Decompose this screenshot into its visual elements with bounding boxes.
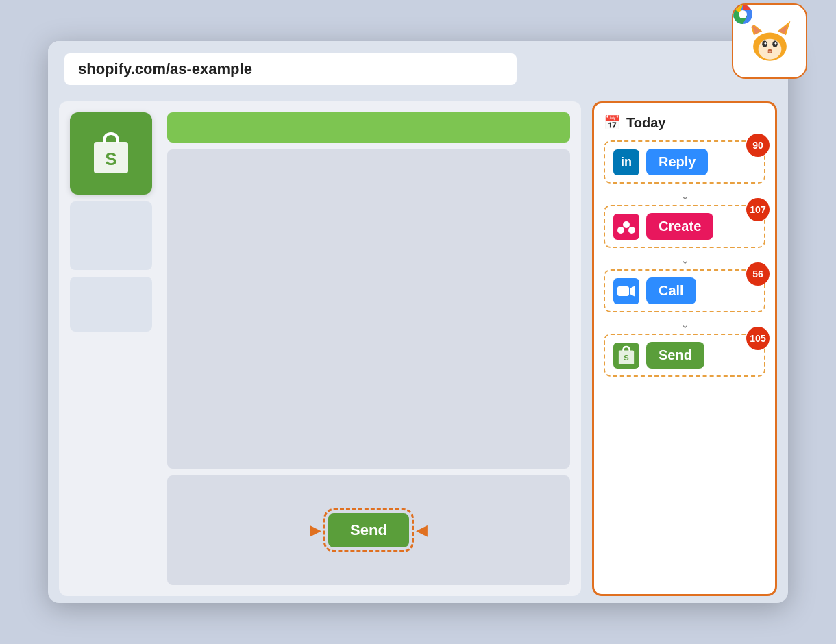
shopify-bag-action-icon: S <box>617 345 635 366</box>
action-item-call: 56 Call <box>604 269 765 312</box>
page-panel: S ▶ Send ◀ <box>59 101 581 596</box>
badge-reply: 90 <box>746 134 770 157</box>
action-item-reply: 90 in Reply <box>604 140 765 184</box>
address-bar: shopify.com/as-example <box>48 41 788 95</box>
zoom-camera-icon <box>617 284 636 299</box>
create-button[interactable]: Create <box>646 213 713 240</box>
asana-logo-icon <box>617 219 636 234</box>
svg-point-2 <box>739 10 747 18</box>
content-block-main <box>167 149 570 469</box>
shopify-bag-icon: S <box>87 129 135 177</box>
zoom-icon <box>613 278 639 304</box>
today-header: 📅 Today <box>604 114 765 131</box>
browser-window: shopify.com/as-example S <box>48 41 788 603</box>
send-button-main[interactable]: Send <box>328 513 409 547</box>
send-area: ▶ Send ◀ <box>167 475 570 585</box>
badge-call: 56 <box>746 262 770 286</box>
asana-icon <box>613 214 639 240</box>
shopify-logo-box: S <box>70 112 152 195</box>
call-button[interactable]: Call <box>646 277 696 304</box>
content-area: ▶ Send ◀ <box>167 112 570 585</box>
svg-text:S: S <box>624 354 628 362</box>
svg-point-11 <box>764 42 766 44</box>
arrow-down-3: ⌄ <box>604 318 765 331</box>
svg-marker-20 <box>630 286 635 297</box>
browser-content: S ▶ Send ◀ 📅 <box>48 95 788 607</box>
send-action-button[interactable]: Send <box>646 342 704 369</box>
svg-point-16 <box>623 221 630 228</box>
action-item-send: 105 S Send <box>604 334 765 377</box>
url-display[interactable]: shopify.com/as-example <box>64 53 517 85</box>
arrow-down-1: ⌄ <box>604 189 765 202</box>
svg-point-12 <box>774 42 776 44</box>
sidebar-block-2 <box>70 277 152 332</box>
badge-create: 107 <box>746 198 770 221</box>
svg-point-17 <box>617 227 624 234</box>
send-button-wrapper: ▶ Send ◀ <box>310 513 428 547</box>
sidebar-block-1 <box>70 201 152 270</box>
fox-mascot-icon <box>732 3 807 79</box>
badge-send: 105 <box>746 327 770 350</box>
arrow-right-icon: ▶ <box>310 521 321 539</box>
arrow-left-icon: ◀ <box>416 521 428 539</box>
svg-point-18 <box>628 227 635 234</box>
reply-button[interactable]: Reply <box>646 149 708 175</box>
chrome-icon <box>732 3 758 29</box>
right-action-panel: 📅 Today 90 in Reply ⌄ 107 <box>592 101 777 596</box>
linkedin-icon: in <box>613 149 639 175</box>
action-item-create: 107 Create <box>604 205 765 248</box>
left-sidebar: S <box>70 112 159 585</box>
arrow-down-2: ⌄ <box>604 253 765 267</box>
svg-text:S: S <box>105 149 116 169</box>
svg-rect-19 <box>617 286 629 296</box>
today-label: Today <box>626 115 665 131</box>
svg-point-13 <box>767 49 772 51</box>
green-progress-bar <box>167 112 570 143</box>
shopify-action-icon: S <box>613 343 639 369</box>
calendar-icon: 📅 <box>604 114 621 131</box>
